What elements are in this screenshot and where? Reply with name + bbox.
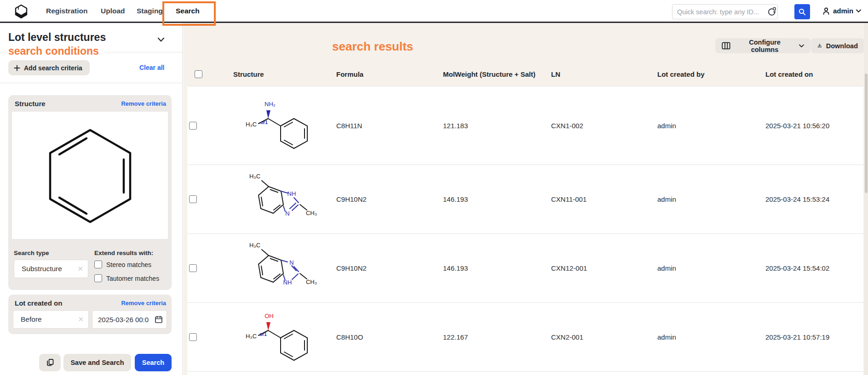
vertical-scrollbar[interactable]: [864, 23, 868, 375]
clear-search-type-icon[interactable]: ✕: [77, 265, 83, 273]
ln-cell: CXN12-001: [549, 264, 655, 272]
column-header-formula: Formula: [334, 70, 441, 78]
quick-search: [672, 4, 778, 19]
magnifier-icon: [798, 8, 806, 16]
table-row: H₃C N NH CH₃ C9H10N2 146.193 CXN12-001 a…: [187, 234, 863, 303]
molecule-phenylethylamine: NH₂ or1 H₃C: [238, 98, 323, 153]
svg-text:N: N: [285, 210, 289, 217]
structure-editor-canvas[interactable]: [12, 112, 168, 239]
quick-search-input[interactable]: [673, 8, 767, 16]
quick-search-button[interactable]: [794, 4, 810, 19]
row-checkbox[interactable]: [189, 333, 197, 341]
benzene-query-structure: [12, 112, 168, 239]
panel-subtitle-row: search conditions: [0, 45, 182, 59]
select-all-checkbox[interactable]: [195, 70, 202, 78]
lot-created-by-cell: admin: [655, 333, 764, 341]
column-header-molweight: MolWeight (Structure + Salt): [441, 70, 549, 78]
structure-card-title: Structure: [15, 100, 46, 108]
date-card-title: Lot created on: [15, 299, 62, 307]
search-type-select[interactable]: Substructure ✕: [14, 260, 88, 278]
table-row: NH₂ or1 H₃C C8H11N 121.183 CXN1-002 admi…: [187, 86, 863, 165]
stereo-matches-label: Stereo matches: [106, 261, 151, 268]
molweight-cell: 146.193: [441, 195, 549, 203]
results-table-header: Structure Formula MolWeight (Structure +…: [187, 62, 863, 86]
svg-text:H₃C: H₃C: [249, 173, 260, 180]
plus-icon: [14, 65, 20, 71]
column-header-lot-created-on: Lot created on: [764, 70, 863, 78]
molweight-cell: 146.193: [441, 264, 549, 272]
molweight-cell: 121.183: [441, 122, 549, 130]
molecule-benzimidazole: H₃C NH N CH₃: [238, 168, 323, 230]
ln-cell: CXN1-002: [549, 122, 655, 130]
lot-created-on-cell: 2025-03-24 15:53:24: [764, 195, 863, 203]
search-type-label: Search type: [14, 250, 49, 256]
svg-text:NH₂: NH₂: [264, 101, 276, 108]
next-row-partial: [187, 372, 863, 375]
tautomer-matches-checkbox[interactable]: [94, 274, 102, 282]
svg-text:H₃C: H₃C: [245, 333, 256, 340]
date-operator-select[interactable]: Before ✕: [13, 310, 89, 329]
clear-all-link[interactable]: Clear all: [139, 64, 164, 71]
app-root: Registration Upload Staging Search admin: [0, 0, 868, 375]
sidebar-actions: Save and Search Search: [0, 354, 182, 375]
add-search-criteria-button[interactable]: Add search criteria: [8, 60, 90, 75]
table-row: OH or1 H₃C C8H10O 122.167 CXN2-001 admin…: [187, 303, 863, 372]
molweight-cell: 122.167: [441, 333, 549, 341]
structure-cell: NH₂ or1 H₃C: [224, 98, 334, 153]
structure-cell: OH or1 H₃C: [224, 310, 334, 365]
search-conditions-panel: Lot level structures search conditions A…: [0, 23, 183, 375]
copy-search-button[interactable]: [39, 354, 61, 371]
nav-item-upload[interactable]: Upload: [101, 0, 125, 22]
structure-criteria-card: Structure Remove criteria Search type Su…: [8, 95, 172, 290]
stereo-matches-checkbox[interactable]: [94, 261, 102, 268]
scrollbar-thumb[interactable]: [865, 74, 868, 193]
calendar-icon[interactable]: [155, 315, 163, 324]
remove-date-criteria-link[interactable]: Remove criteria: [121, 300, 166, 307]
column-header-lot-created-by: Lot created by: [655, 70, 764, 78]
lot-created-by-cell: admin: [655, 122, 764, 130]
results-title: search results: [332, 40, 413, 54]
search-type-value: Substructure: [22, 265, 62, 273]
nav-item-staging[interactable]: Staging: [137, 0, 163, 22]
svg-text:H₃C: H₃C: [249, 242, 260, 249]
columns-icon: [722, 42, 730, 50]
svg-text:OH: OH: [264, 312, 274, 319]
divider: [0, 83, 182, 83]
date-value-text: 2025-03-26 00:0: [98, 316, 149, 324]
molecule-benzimidazole: H₃C N NH CH₃: [238, 237, 323, 299]
structure-cell: H₃C N NH CH₃: [224, 237, 334, 299]
lot-created-on-cell: 2025-03-21 10:56:20: [764, 122, 863, 130]
user-menu[interactable]: admin: [822, 0, 861, 22]
ln-cell: CXN11-001: [549, 195, 655, 203]
date-criteria-card: Lot created on Remove criteria Before ✕ …: [8, 295, 172, 334]
row-checkbox[interactable]: [189, 122, 197, 130]
structure-search-icon[interactable]: [767, 7, 777, 17]
column-header-structure: Structure: [224, 70, 334, 78]
nav-item-registration[interactable]: Registration: [46, 0, 87, 22]
formula-cell: C8H10O: [334, 333, 441, 341]
svg-text:H₃C: H₃C: [245, 121, 256, 128]
remove-structure-criteria-link[interactable]: Remove criteria: [121, 100, 166, 107]
nav-item-search[interactable]: Search: [176, 0, 200, 22]
svg-text:or1: or1: [260, 120, 268, 125]
row-checkbox[interactable]: [189, 264, 197, 272]
svg-text:N: N: [289, 259, 293, 266]
configure-columns-label: Configure columns: [735, 39, 795, 53]
app-logo-icon[interactable]: [14, 4, 29, 19]
formula-cell: C9H10N2: [334, 264, 441, 272]
save-and-search-button[interactable]: Save and Search: [63, 354, 131, 371]
download-button[interactable]: Download: [811, 38, 864, 53]
collapse-panel-icon[interactable]: [155, 34, 167, 45]
ln-cell: CXN2-001: [549, 333, 655, 341]
date-value-input[interactable]: 2025-03-26 00:0: [92, 310, 167, 329]
top-nav: Registration Upload Staging Search admin: [0, 0, 868, 23]
download-icon: [817, 42, 822, 50]
search-button[interactable]: Search: [135, 354, 172, 371]
svg-text:CH₃: CH₃: [305, 210, 316, 216]
row-checkbox[interactable]: [189, 195, 197, 203]
clear-date-operator-icon[interactable]: ✕: [78, 315, 84, 324]
svg-text:or1: or1: [259, 332, 267, 337]
download-label: Download: [826, 42, 858, 50]
lot-created-by-cell: admin: [655, 264, 764, 272]
configure-columns-button[interactable]: Configure columns: [715, 38, 811, 53]
